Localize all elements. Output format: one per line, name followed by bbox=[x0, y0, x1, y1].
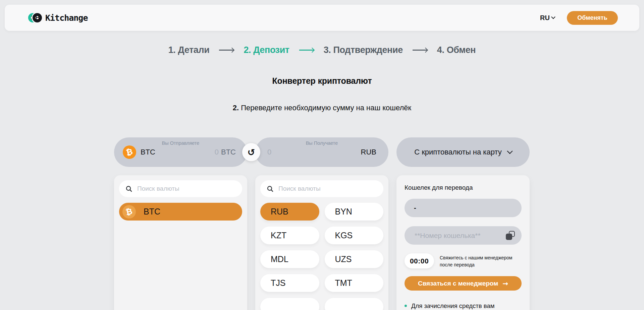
wallet-network-field: - bbox=[405, 199, 522, 217]
page-title: Конвертер криптовалют bbox=[0, 76, 644, 86]
exchange-button[interactable]: Обменять bbox=[567, 11, 618, 25]
step-details[interactable]: 1. Детали bbox=[168, 45, 210, 55]
deposit-note: Для зачисления средств вам bbox=[405, 302, 522, 310]
header: $ ₿ Kitchange RU Обменять bbox=[5, 5, 639, 31]
direction-select[interactable]: С криптовалюты на карту bbox=[396, 137, 530, 167]
wallet-address-field[interactable] bbox=[405, 226, 522, 245]
arrow-right-icon: → bbox=[502, 280, 508, 288]
receive-search-box[interactable] bbox=[260, 180, 383, 197]
copy-icon bbox=[506, 234, 512, 240]
step-confirmation[interactable]: 3. Подтверждение bbox=[324, 45, 403, 55]
progress-steps: 1. Детали 2. Депозит 3. Подтверждение 4.… bbox=[0, 45, 644, 55]
receive-field-label: Вы Получаете bbox=[255, 140, 388, 146]
send-amount-field[interactable]: Вы Отправляете ₿ BTC 0 BTC bbox=[114, 137, 247, 167]
timer-badge: 00:00 bbox=[405, 253, 434, 268]
send-search-input[interactable] bbox=[137, 185, 235, 193]
currency-option-tjs[interactable]: TJS bbox=[260, 274, 319, 292]
copy-button[interactable] bbox=[506, 231, 515, 240]
wallet-title: Кошелек для перевода bbox=[405, 184, 522, 191]
logo-coins-icon: $ ₿ bbox=[28, 13, 42, 22]
contact-manager-label: Связаться с менеджером bbox=[418, 280, 498, 287]
send-amount-value[interactable]: 0 BTC bbox=[215, 148, 236, 157]
step-arrow-icon bbox=[219, 50, 234, 51]
currency-code: BTC bbox=[144, 207, 160, 216]
currency-option[interactable] bbox=[325, 298, 384, 310]
chevron-down-icon bbox=[551, 15, 555, 19]
btc-icon: ₿ bbox=[122, 205, 136, 219]
swap-button[interactable]: ↺ bbox=[242, 143, 260, 161]
search-icon bbox=[126, 186, 132, 192]
timer-row: 00:00 Свяжитесь с нашим менеджером после… bbox=[405, 253, 522, 268]
receive-search-input[interactable] bbox=[278, 185, 377, 193]
step-arrow-icon bbox=[299, 50, 314, 51]
converter-row: Вы Отправляете ₿ BTC 0 BTC Вы Получаете … bbox=[114, 137, 530, 167]
currency-option-btc[interactable]: ₿ BTC bbox=[119, 203, 242, 221]
currency-option[interactable] bbox=[260, 298, 319, 310]
step-deposit[interactable]: 2. Депозит bbox=[244, 45, 289, 55]
currency-option-kzt[interactable]: KZT bbox=[260, 227, 319, 244]
contact-manager-button[interactable]: Связаться с менеджером → bbox=[405, 276, 522, 291]
currency-option-mdl[interactable]: MDL bbox=[260, 250, 319, 268]
send-field-label: Вы Отправляете bbox=[114, 140, 247, 146]
send-search-box[interactable] bbox=[119, 180, 242, 197]
receive-currency-panel: RUB BYN KZT KGS MDL UZS TJS TMT bbox=[255, 175, 388, 310]
currency-option-tmt[interactable]: TMT bbox=[325, 274, 384, 292]
bullet-icon bbox=[405, 305, 407, 307]
timer-note: Свяжитесь с нашим менеджером после перев… bbox=[440, 253, 522, 268]
brand-name: Kitchange bbox=[45, 13, 88, 23]
receive-amount-field[interactable]: Вы Получаете 0 RUB bbox=[255, 137, 388, 167]
brand-logo[interactable]: $ ₿ Kitchange bbox=[28, 13, 88, 23]
search-icon bbox=[267, 186, 273, 192]
page-subtitle: 2.Переведите необходимую сумму на наш ко… bbox=[0, 104, 644, 112]
currency-option-kgs[interactable]: KGS bbox=[325, 227, 384, 244]
swap-icon: ↺ bbox=[248, 147, 255, 158]
header-actions: RU Обменять bbox=[540, 11, 618, 25]
language-selector[interactable]: RU bbox=[540, 14, 555, 22]
bitcoin-coin-icon: ₿ bbox=[33, 13, 42, 22]
currency-option-uzs[interactable]: UZS bbox=[325, 250, 384, 268]
currency-grid: RUB BYN KZT KGS MDL UZS TJS TMT bbox=[260, 203, 383, 310]
deposit-note-text: Для зачисления средств вам bbox=[411, 302, 494, 310]
send-amount-placeholder: 0 bbox=[215, 148, 219, 157]
receive-currency-code: RUB bbox=[361, 148, 376, 157]
wallet-panel: Кошелек для перевода - 00:00 Свяжитесь с… bbox=[396, 175, 530, 310]
btc-icon: ₿ bbox=[123, 145, 136, 159]
direction-value: С криптовалюты на карту bbox=[414, 148, 502, 157]
panels-row: ₿ BTC RUB BYN KZT KGS MDL UZS TJS TMT Ко… bbox=[114, 175, 530, 310]
subtitle-step-number: 2. bbox=[233, 104, 239, 112]
currency-option-byn[interactable]: BYN bbox=[325, 203, 384, 221]
wallet-network-value: - bbox=[414, 204, 416, 212]
send-currency-panel: ₿ BTC bbox=[114, 175, 247, 310]
language-label: RU bbox=[540, 14, 550, 22]
chevron-down-icon bbox=[507, 148, 513, 154]
subtitle-text: Переведите необходимую сумму на наш коше… bbox=[241, 104, 411, 112]
send-amount-unit: BTC bbox=[221, 148, 236, 157]
currency-option-rub[interactable]: RUB bbox=[260, 203, 319, 221]
send-currency-code: BTC bbox=[141, 148, 155, 157]
receive-amount-placeholder: 0 bbox=[267, 148, 271, 157]
step-exchange[interactable]: 4. Обмен bbox=[437, 45, 476, 55]
wallet-address-input[interactable] bbox=[414, 231, 506, 240]
step-arrow-icon bbox=[413, 50, 427, 51]
